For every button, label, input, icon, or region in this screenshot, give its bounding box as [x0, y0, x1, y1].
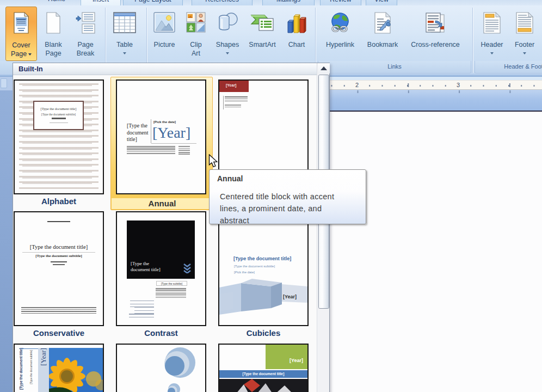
exposure-subtitle-band: [Type the document subtitle]	[29, 350, 34, 392]
group-label-header-footer: Header & Footer	[475, 61, 542, 72]
motion-year-block: [Year]	[266, 345, 307, 369]
tab-review[interactable]: Review	[320, 0, 361, 5]
gallery-item-cubicles[interactable]: [Type the document title] [Type the docu…	[218, 211, 309, 326]
contrast-fields3	[129, 314, 154, 320]
tab-insert[interactable]: Insert	[81, 0, 121, 5]
tab-view[interactable]: View	[366, 0, 397, 5]
exposure-title-band: [Type the document title]	[19, 348, 26, 392]
gallery-section-header: Built-In	[13, 63, 329, 75]
group-header-footer: Header & Footer	[475, 61, 542, 74]
cross-reference-label: Cross-reference	[402, 41, 469, 48]
document-page[interactable]	[328, 112, 542, 392]
annual-rule	[151, 143, 196, 144]
motion-title: [Type the document title]	[219, 370, 307, 378]
bookmark-button[interactable]: Bookmark	[362, 7, 403, 60]
gallery-item-annual[interactable]: [Type the document title] [Pick the date…	[116, 79, 206, 194]
chart-icon	[282, 12, 311, 34]
cross-reference-button[interactable]: Cross-reference	[405, 7, 466, 60]
gallery-item-conservative[interactable]: [Type the document title] [Type the docu…	[14, 211, 104, 326]
gallery-item-exposure[interactable]: [Type the document title] [Type the docu…	[14, 344, 104, 392]
ruler-subticks	[327, 90, 542, 93]
tab-references[interactable]: References	[192, 0, 252, 5]
alphabet-subtitle: [Type the document subtitle]	[34, 113, 83, 116]
dropdown-arrow-icon	[28, 53, 32, 56]
conservative-subtitle: [Type the document subtitle]	[15, 254, 103, 258]
gallery-item-mod[interactable]	[116, 344, 206, 392]
bookmark-label: Bookmark	[359, 41, 406, 48]
alphabet-line	[52, 118, 66, 119]
ruler-number: 3	[454, 81, 462, 89]
gallery-label-alphabet: Alphabet	[14, 197, 104, 206]
clip-art-label-2: Art	[178, 50, 213, 57]
annual-year: [Year]	[152, 124, 190, 142]
picture-label: Picture	[146, 41, 183, 48]
tooltip-line-2: lines, a prominent date, and	[220, 204, 322, 213]
contrast-title: [Type the document title]	[131, 261, 165, 273]
contrast-subtitle: [Type the subtitle]	[156, 281, 187, 286]
dropdown-arrow-icon	[226, 52, 229, 54]
cover-page-button[interactable]: Cover Page	[5, 7, 37, 61]
gallery-item-alphabet[interactable]: [Type the document title] [Type the docu…	[14, 79, 104, 194]
motion-photo	[219, 379, 307, 392]
blank-page-button[interactable]: Blank Page	[38, 7, 69, 60]
exposure-photo	[49, 348, 103, 392]
footer-label: Footer	[506, 41, 542, 48]
gallery-item-contrast[interactable]: [Type the document title] [Type the subt…	[116, 211, 206, 326]
conservative-line2	[53, 264, 65, 265]
exposure-year: [Year]	[39, 348, 48, 381]
clip-art-icon	[182, 12, 210, 33]
cubicles-date: [Pick the date]	[234, 271, 255, 274]
tab-mailings[interactable]: Mailings	[262, 0, 315, 5]
footer-button[interactable]: Footer	[509, 7, 540, 60]
smartart-label: SmartArt	[242, 41, 283, 48]
header-button[interactable]: Header	[476, 7, 508, 60]
conservative-paragraph	[21, 307, 96, 315]
hyperlink-label: Hyperlink	[317, 41, 364, 48]
contrast-black-block: [Type the document title]	[127, 220, 195, 279]
picture-icon	[149, 12, 180, 33]
page-break-button[interactable]: Page Break	[70, 7, 101, 60]
table-icon	[108, 12, 141, 33]
smartart-button[interactable]: SmartArt	[245, 7, 280, 60]
annual-date: [Pick the date]	[153, 120, 176, 124]
document-background-left	[0, 90, 13, 392]
austere-lines	[225, 96, 248, 102]
cover-page-label-1: Cover	[3, 41, 40, 49]
group-separator	[472, 8, 473, 73]
shapes-label: Shapes	[209, 41, 246, 48]
clip-art-button[interactable]: Clip Art	[182, 7, 210, 60]
dropdown-arrow-icon	[123, 52, 126, 54]
annual-title: [Type the document title]	[127, 122, 153, 143]
page-break-label-2: Break	[66, 50, 104, 57]
dropdown-arrow-icon	[523, 52, 526, 54]
page-break-label-1: Page	[66, 41, 104, 48]
gallery-scrollbar[interactable]	[317, 63, 329, 392]
tab-page-layout[interactable]: Page Layout	[123, 0, 183, 5]
shapes-icon	[212, 12, 243, 34]
gallery-label-cubicles: Cubicles	[218, 328, 309, 338]
ruler-indent-marker[interactable]	[1, 78, 7, 88]
cubicles-title: [Type the document title]	[233, 256, 291, 261]
cover-page-label-2: Page	[3, 50, 40, 58]
table-label: Table	[104, 41, 145, 48]
tooltip-line-1: Centered title block with accent	[220, 192, 334, 201]
picture-button[interactable]: Picture	[149, 7, 180, 60]
gallery-item-motion[interactable]: [Year] [Type the document title]	[218, 344, 309, 392]
chart-label: Chart	[279, 41, 315, 48]
shapes-button[interactable]: Shapes	[212, 7, 243, 60]
scrollbar-up-button[interactable]	[318, 63, 330, 74]
scroll-up-icon	[321, 66, 327, 70]
table-button[interactable]: Table	[108, 7, 141, 60]
cover-page-icon	[6, 12, 36, 34]
chart-button[interactable]: Chart	[282, 7, 311, 60]
motion-title-bar: [Type the document title]	[219, 370, 307, 378]
mod-circles-graphic	[117, 345, 205, 392]
footer-icon	[509, 12, 540, 34]
hyperlink-button[interactable]: Hyperlink	[320, 7, 360, 60]
austere-lines2	[225, 105, 241, 108]
gallery-label-conservative: Conservative	[14, 328, 104, 338]
group-label-links: Links	[318, 61, 471, 72]
bookmark-icon	[362, 12, 403, 34]
tab-home[interactable]: Home	[41, 0, 72, 5]
exposure-title: [Type the document title]	[19, 348, 23, 392]
